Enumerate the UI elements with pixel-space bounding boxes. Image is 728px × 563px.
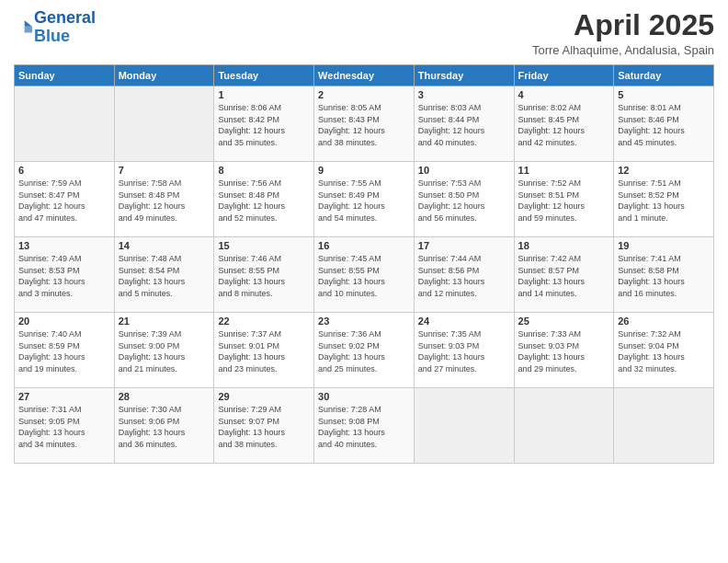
day-number: 28 xyxy=(119,391,210,402)
calendar-cell: 28Sunrise: 7:30 AM Sunset: 9:06 PM Dayli… xyxy=(114,388,214,464)
calendar-week-row: 13Sunrise: 7:49 AM Sunset: 8:53 PM Dayli… xyxy=(15,237,714,313)
calendar-cell: 25Sunrise: 7:33 AM Sunset: 9:03 PM Dayli… xyxy=(514,313,614,388)
calendar-cell: 1Sunrise: 8:06 AM Sunset: 8:42 PM Daylig… xyxy=(214,86,314,162)
calendar-cell: 26Sunrise: 7:32 AM Sunset: 9:04 PM Dayli… xyxy=(614,313,714,388)
title-block: April 2025 Torre Alhaquime, Andalusia, S… xyxy=(532,9,714,57)
calendar-cell xyxy=(15,86,115,162)
calendar-cell xyxy=(614,388,714,464)
day-info: Sunrise: 7:52 AM Sunset: 8:51 PM Dayligh… xyxy=(518,178,610,224)
day-number: 12 xyxy=(618,165,710,176)
day-info: Sunrise: 7:48 AM Sunset: 8:54 PM Dayligh… xyxy=(119,253,210,299)
day-number: 8 xyxy=(218,165,310,176)
day-info: Sunrise: 7:42 AM Sunset: 8:57 PM Dayligh… xyxy=(518,253,610,299)
day-info: Sunrise: 7:33 AM Sunset: 9:03 PM Dayligh… xyxy=(518,328,610,374)
calendar-cell: 10Sunrise: 7:53 AM Sunset: 8:50 PM Dayli… xyxy=(414,162,514,237)
svg-marker-0 xyxy=(25,20,32,27)
day-number: 27 xyxy=(18,391,110,402)
day-number: 5 xyxy=(618,89,710,100)
calendar-cell: 13Sunrise: 7:49 AM Sunset: 8:53 PM Dayli… xyxy=(15,237,115,313)
calendar: Sunday Monday Tuesday Wednesday Thursday… xyxy=(14,64,714,464)
day-number: 23 xyxy=(318,316,410,327)
calendar-cell: 29Sunrise: 7:29 AM Sunset: 9:07 PM Dayli… xyxy=(214,388,314,464)
day-info: Sunrise: 8:02 AM Sunset: 8:45 PM Dayligh… xyxy=(518,102,610,148)
day-info: Sunrise: 7:28 AM Sunset: 9:08 PM Dayligh… xyxy=(318,404,410,450)
day-info: Sunrise: 8:06 AM Sunset: 8:42 PM Dayligh… xyxy=(218,102,310,148)
calendar-cell: 22Sunrise: 7:37 AM Sunset: 9:01 PM Dayli… xyxy=(214,313,314,388)
month-title: April 2025 xyxy=(532,9,714,41)
day-info: Sunrise: 7:37 AM Sunset: 9:01 PM Dayligh… xyxy=(218,328,310,374)
day-number: 19 xyxy=(618,240,710,251)
day-number: 1 xyxy=(218,89,310,100)
header-sunday: Sunday xyxy=(15,65,115,86)
calendar-cell: 12Sunrise: 7:51 AM Sunset: 8:52 PM Dayli… xyxy=(614,162,714,237)
day-number: 9 xyxy=(318,165,410,176)
day-number: 20 xyxy=(18,316,110,327)
page-header: General Blue April 2025 Torre Alhaquime,… xyxy=(14,9,714,57)
calendar-cell: 23Sunrise: 7:36 AM Sunset: 9:02 PM Dayli… xyxy=(314,313,415,388)
calendar-cell: 16Sunrise: 7:45 AM Sunset: 8:55 PM Dayli… xyxy=(314,237,415,313)
calendar-cell: 5Sunrise: 8:01 AM Sunset: 8:46 PM Daylig… xyxy=(614,86,714,162)
calendar-cell: 27Sunrise: 7:31 AM Sunset: 9:05 PM Dayli… xyxy=(15,388,115,464)
day-info: Sunrise: 7:31 AM Sunset: 9:05 PM Dayligh… xyxy=(18,404,110,450)
day-info: Sunrise: 7:56 AM Sunset: 8:48 PM Dayligh… xyxy=(218,178,310,224)
calendar-cell: 30Sunrise: 7:28 AM Sunset: 9:08 PM Dayli… xyxy=(314,388,415,464)
calendar-cell: 6Sunrise: 7:59 AM Sunset: 8:47 PM Daylig… xyxy=(15,162,115,237)
header-tuesday: Tuesday xyxy=(214,65,314,86)
day-info: Sunrise: 7:32 AM Sunset: 9:04 PM Dayligh… xyxy=(618,328,710,374)
day-info: Sunrise: 7:58 AM Sunset: 8:48 PM Dayligh… xyxy=(119,178,210,224)
svg-marker-1 xyxy=(25,27,32,33)
calendar-cell: 11Sunrise: 7:52 AM Sunset: 8:51 PM Dayli… xyxy=(514,162,614,237)
day-number: 24 xyxy=(418,316,510,327)
day-info: Sunrise: 7:39 AM Sunset: 9:00 PM Dayligh… xyxy=(119,328,210,374)
day-info: Sunrise: 7:59 AM Sunset: 8:47 PM Dayligh… xyxy=(18,178,110,224)
logo: General Blue xyxy=(14,9,96,46)
day-info: Sunrise: 7:40 AM Sunset: 8:59 PM Dayligh… xyxy=(18,328,110,374)
day-number: 2 xyxy=(318,89,410,100)
day-info: Sunrise: 8:01 AM Sunset: 8:46 PM Dayligh… xyxy=(618,102,710,148)
calendar-cell: 8Sunrise: 7:56 AM Sunset: 8:48 PM Daylig… xyxy=(214,162,314,237)
day-number: 3 xyxy=(418,89,510,100)
calendar-cell: 24Sunrise: 7:35 AM Sunset: 9:03 PM Dayli… xyxy=(414,313,514,388)
calendar-cell xyxy=(414,388,514,464)
day-number: 17 xyxy=(418,240,510,251)
day-number: 29 xyxy=(218,391,310,402)
day-number: 25 xyxy=(518,316,610,327)
day-info: Sunrise: 7:51 AM Sunset: 8:52 PM Dayligh… xyxy=(618,178,710,224)
day-number: 26 xyxy=(618,316,710,327)
day-number: 22 xyxy=(218,316,310,327)
day-number: 10 xyxy=(418,165,510,176)
day-info: Sunrise: 7:46 AM Sunset: 8:55 PM Dayligh… xyxy=(218,253,310,299)
day-info: Sunrise: 7:55 AM Sunset: 8:49 PM Dayligh… xyxy=(318,178,410,224)
header-friday: Friday xyxy=(514,65,614,86)
day-info: Sunrise: 7:30 AM Sunset: 9:06 PM Dayligh… xyxy=(119,404,210,450)
logo-text: General Blue xyxy=(34,9,96,46)
day-number: 11 xyxy=(518,165,610,176)
day-info: Sunrise: 7:35 AM Sunset: 9:03 PM Dayligh… xyxy=(418,328,510,374)
day-number: 21 xyxy=(119,316,210,327)
day-info: Sunrise: 8:03 AM Sunset: 8:44 PM Dayligh… xyxy=(418,102,510,148)
day-number: 14 xyxy=(119,240,210,251)
day-number: 30 xyxy=(318,391,410,402)
day-number: 15 xyxy=(218,240,310,251)
calendar-cell: 15Sunrise: 7:46 AM Sunset: 8:55 PM Dayli… xyxy=(214,237,314,313)
day-info: Sunrise: 7:36 AM Sunset: 9:02 PM Dayligh… xyxy=(318,328,410,374)
day-info: Sunrise: 7:41 AM Sunset: 8:58 PM Dayligh… xyxy=(618,253,710,299)
day-info: Sunrise: 8:05 AM Sunset: 8:43 PM Dayligh… xyxy=(318,102,410,148)
calendar-cell: 20Sunrise: 7:40 AM Sunset: 8:59 PM Dayli… xyxy=(15,313,115,388)
calendar-week-row: 20Sunrise: 7:40 AM Sunset: 8:59 PM Dayli… xyxy=(15,313,714,388)
calendar-cell: 3Sunrise: 8:03 AM Sunset: 8:44 PM Daylig… xyxy=(414,86,514,162)
day-number: 13 xyxy=(18,240,110,251)
day-number: 6 xyxy=(18,165,110,176)
calendar-week-row: 1Sunrise: 8:06 AM Sunset: 8:42 PM Daylig… xyxy=(15,86,714,162)
calendar-cell xyxy=(114,86,214,162)
header-wednesday: Wednesday xyxy=(314,65,415,86)
calendar-cell: 19Sunrise: 7:41 AM Sunset: 8:58 PM Dayli… xyxy=(614,237,714,313)
calendar-week-row: 27Sunrise: 7:31 AM Sunset: 9:05 PM Dayli… xyxy=(15,388,714,464)
day-number: 7 xyxy=(119,165,210,176)
calendar-cell: 7Sunrise: 7:58 AM Sunset: 8:48 PM Daylig… xyxy=(114,162,214,237)
location: Torre Alhaquime, Andalusia, Spain xyxy=(532,43,714,57)
day-info: Sunrise: 7:44 AM Sunset: 8:56 PM Dayligh… xyxy=(418,253,510,299)
calendar-cell: 9Sunrise: 7:55 AM Sunset: 8:49 PM Daylig… xyxy=(314,162,415,237)
day-info: Sunrise: 7:45 AM Sunset: 8:55 PM Dayligh… xyxy=(318,253,410,299)
calendar-cell: 4Sunrise: 8:02 AM Sunset: 8:45 PM Daylig… xyxy=(514,86,614,162)
